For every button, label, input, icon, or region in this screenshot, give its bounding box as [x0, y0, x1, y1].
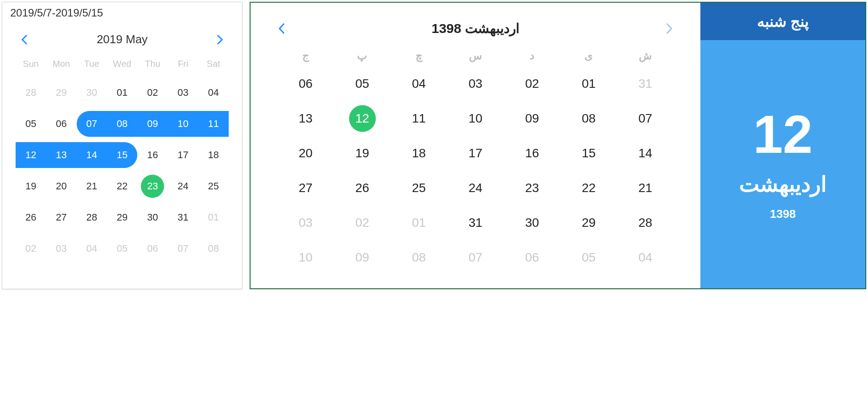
week-row: 05060708091011 — [16, 108, 229, 139]
persian-day-cell[interactable]: 01 — [391, 205, 447, 240]
chevron-right-icon — [216, 33, 224, 46]
persian-next-button[interactable] — [665, 24, 674, 33]
persian-day-cell[interactable]: 11 — [391, 101, 447, 136]
day-cell[interactable]: 01 — [198, 205, 229, 230]
persian-month-navigation: اردیبهشت 1398 — [277, 16, 674, 45]
persian-day-cell[interactable]: 31 — [447, 205, 504, 240]
day-cell[interactable]: 18 — [198, 142, 229, 168]
day-cell[interactable]: 14 — [77, 142, 107, 168]
day-cell[interactable]: 10 — [168, 111, 198, 137]
persian-day-cell[interactable]: 15 — [560, 136, 617, 171]
persian-day-cell[interactable]: 07 — [617, 101, 674, 136]
persian-day-cell[interactable]: 03 — [277, 205, 334, 240]
persian-day-cell[interactable]: 21 — [617, 171, 674, 205]
day-cell[interactable]: 12 — [16, 142, 46, 168]
prev-month-button[interactable] — [20, 35, 29, 44]
persian-days-grid: 0605040302013113121110090807201918171615… — [277, 66, 674, 275]
persian-day-cell[interactable]: 19 — [334, 136, 391, 171]
persian-day-cell[interactable]: 04 — [617, 240, 674, 275]
persian-day-cell[interactable]: 12 — [334, 101, 391, 136]
persian-day-cell[interactable]: 07 — [447, 240, 504, 275]
persian-day-cell[interactable]: 25 — [391, 171, 447, 205]
persian-day-cell[interactable]: 18 — [391, 136, 447, 171]
persian-day-cell[interactable]: 01 — [560, 66, 617, 101]
day-cell[interactable]: 25 — [198, 173, 229, 199]
week-row: 26272829303101 — [16, 202, 229, 233]
persian-day-cell[interactable]: 10 — [277, 240, 334, 275]
persian-day-cell[interactable]: 06 — [277, 66, 334, 101]
persian-calendar-panel: اردیبهشت 1398 جپچسدیش 060504030201311312… — [250, 2, 866, 289]
persian-day-cell[interactable]: 26 — [334, 171, 391, 205]
persian-prev-button[interactable] — [277, 24, 286, 33]
persian-day-cell[interactable]: 05 — [334, 66, 391, 101]
persian-day-cell[interactable]: 02 — [334, 205, 391, 240]
day-cell[interactable]: 01 — [107, 80, 137, 106]
weekday-cell: Sun — [16, 55, 46, 73]
selected-date-body: 12 اردیبهشت 1398 — [700, 40, 865, 288]
day-cell[interactable]: 13 — [46, 142, 76, 168]
persian-day-cell[interactable]: 08 — [391, 240, 447, 275]
day-cell[interactable]: 09 — [137, 111, 168, 137]
day-cell[interactable]: 30 — [137, 205, 168, 230]
selected-range-text: 2019/5/7-2019/5/15 — [2, 2, 242, 24]
persian-day-cell[interactable]: 23 — [504, 171, 560, 205]
persian-day-cell[interactable]: 14 — [617, 136, 674, 171]
day-cell[interactable]: 02 — [137, 80, 168, 106]
day-cell[interactable]: 07 — [168, 236, 198, 262]
persian-day-cell[interactable]: 05 — [560, 240, 617, 275]
day-cell[interactable]: 15 — [107, 142, 137, 168]
day-cell[interactable]: 22 — [107, 173, 137, 199]
persian-day-cell[interactable]: 09 — [334, 240, 391, 275]
day-cell[interactable]: 02 — [16, 236, 46, 262]
day-cell[interactable]: 27 — [46, 205, 76, 230]
persian-day-cell[interactable]: 24 — [447, 171, 504, 205]
persian-day-cell[interactable]: 04 — [391, 66, 447, 101]
persian-day-cell[interactable]: 09 — [504, 101, 560, 136]
day-cell[interactable]: 19 — [16, 173, 46, 199]
day-cell[interactable]: 07 — [77, 111, 107, 137]
persian-day-cell[interactable]: 06 — [504, 240, 560, 275]
weekday-cell: Thu — [137, 55, 168, 73]
day-cell[interactable]: 17 — [168, 142, 198, 168]
day-cell[interactable]: 03 — [46, 236, 76, 262]
persian-day-cell[interactable]: 03 — [447, 66, 504, 101]
day-cell[interactable]: 08 — [198, 236, 229, 262]
day-cell[interactable]: 28 — [77, 205, 107, 230]
gregorian-range-calendar: 2019/5/7-2019/5/15 2019 May SunMonTueWed… — [2, 2, 243, 289]
persian-day-cell[interactable]: 27 — [277, 171, 334, 205]
day-cell[interactable]: 29 — [107, 205, 137, 230]
persian-day-cell[interactable]: 28 — [617, 205, 674, 240]
day-cell[interactable]: 21 — [77, 173, 107, 199]
persian-day-cell[interactable]: 30 — [504, 205, 560, 240]
day-cell[interactable]: 04 — [198, 80, 229, 106]
day-cell[interactable]: 29 — [46, 80, 76, 106]
day-cell[interactable]: 31 — [168, 205, 198, 230]
next-month-button[interactable] — [215, 35, 224, 44]
day-cell[interactable]: 24 — [168, 173, 198, 199]
persian-day-cell[interactable]: 20 — [277, 136, 334, 171]
day-cell[interactable]: 28 — [16, 80, 46, 106]
persian-day-cell[interactable]: 02 — [504, 66, 560, 101]
persian-day-cell[interactable]: 08 — [560, 101, 617, 136]
day-cell[interactable]: 20 — [46, 173, 76, 199]
day-cell[interactable]: 06 — [46, 111, 76, 137]
day-cell[interactable]: 11 — [198, 111, 229, 137]
day-cell[interactable]: 05 — [16, 111, 46, 137]
persian-day-cell[interactable]: 13 — [277, 101, 334, 136]
day-cell[interactable]: 06 — [137, 236, 168, 262]
persian-day-cell[interactable]: 10 — [447, 101, 504, 136]
day-cell[interactable]: 04 — [77, 236, 107, 262]
day-cell[interactable]: 08 — [107, 111, 137, 137]
day-cell[interactable]: 05 — [107, 236, 137, 262]
persian-day-cell[interactable]: 22 — [560, 171, 617, 205]
persian-day-cell[interactable]: 29 — [560, 205, 617, 240]
day-cell[interactable]: 23 — [137, 173, 168, 199]
selected-date-card: پنج شنبه 12 اردیبهشت 1398 — [700, 3, 865, 288]
persian-day-cell[interactable]: 17 — [447, 136, 504, 171]
day-cell[interactable]: 26 — [16, 205, 46, 230]
persian-day-cell[interactable]: 16 — [504, 136, 560, 171]
persian-day-cell[interactable]: 31 — [617, 66, 674, 101]
day-cell[interactable]: 16 — [137, 142, 168, 168]
day-cell[interactable]: 03 — [168, 80, 198, 106]
day-cell[interactable]: 30 — [77, 80, 107, 106]
